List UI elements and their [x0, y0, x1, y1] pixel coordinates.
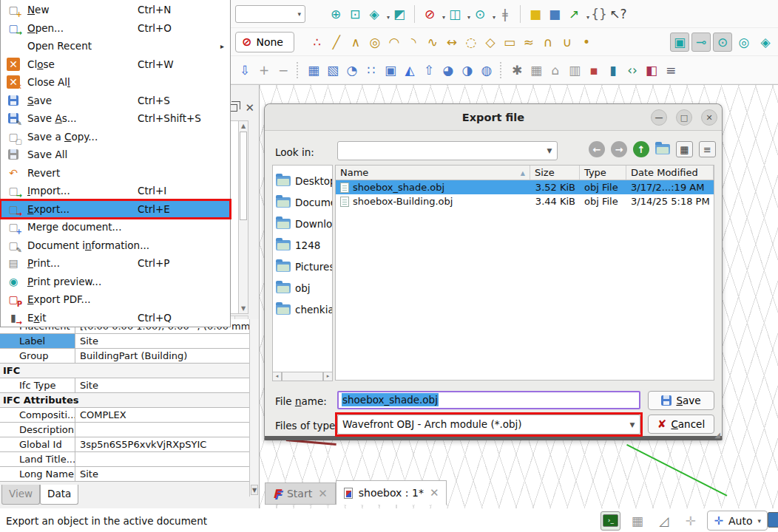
menu-item-save[interactable]: SaveCtrl+S: [1, 92, 230, 110]
menu-item-save-a-copy[interactable]: ▢▢Save a Copy...: [1, 128, 230, 146]
scrollbar-track[interactable]: [282, 372, 323, 381]
add-icon[interactable]: +: [254, 61, 274, 80]
axonometric-view-icon[interactable]: ◈▾: [365, 4, 384, 24]
property-label[interactable]: Long Name: [0, 467, 75, 481]
zoom-fit-icon[interactable]: ⊕: [326, 4, 345, 24]
sidebar-place-obj[interactable]: obj: [273, 277, 332, 299]
draw-style-toggle-icon[interactable]: ◿: [654, 511, 674, 531]
scroll-down-icon[interactable]: ▼: [251, 485, 258, 495]
clone-icon[interactable]: ▣: [381, 61, 400, 80]
menu-item-exit[interactable]: ▮→ExitCtrl+Q: [1, 309, 230, 327]
building-doc-icon[interactable]: ▥: [565, 61, 584, 80]
icon-view-icon[interactable]: ▦: [676, 141, 693, 157]
subtract-icon[interactable]: −: [274, 61, 293, 80]
file-row[interactable]: shoebox_shade.obj3.52 KiBobj File3/17/2.…: [336, 180, 714, 194]
sidebar-place-desktop[interactable]: Desktop: [273, 170, 332, 191]
resize-grip[interactable]: ◢: [714, 431, 720, 439]
back-icon[interactable]: ←: [589, 141, 605, 157]
menu-item-save-as[interactable]: ✎Save As...Ctrl+Shift+S: [1, 109, 230, 128]
grid-sheet-icon[interactable]: ▦: [627, 511, 647, 531]
property-label[interactable]: Global Id: [0, 437, 75, 451]
sidebar-place-chenkian[interactable]: chenkian: [273, 299, 332, 320]
new-folder-icon[interactable]: [655, 144, 670, 154]
snap-endpoint-icon[interactable]: ⊸: [691, 33, 711, 52]
scroll-right-icon[interactable]: ▸: [323, 372, 333, 381]
menu-item-print-preview[interactable]: ◉Print preview...: [1, 273, 230, 291]
chart-doc-icon[interactable]: ▮: [603, 61, 623, 80]
file-name-input[interactable]: shoebox_shade.obj: [337, 391, 640, 409]
document-tab-start[interactable]: FStart✕: [265, 482, 336, 505]
draft-point-single-icon[interactable]: •: [577, 33, 596, 52]
scroll-left-icon[interactable]: ◂: [272, 372, 282, 381]
property-row[interactable]: Long NameSite: [0, 467, 249, 482]
property-value[interactable]: BuildingPart (Building): [75, 349, 249, 363]
dialog-title-bar[interactable]: Export file — □ ✕: [265, 104, 722, 131]
draft-dimension-icon[interactable]: ↔: [442, 33, 461, 52]
menu-item-document-information[interactable]: ▢✎Document information...: [1, 236, 230, 255]
toolbar-grip[interactable]: [297, 62, 300, 78]
toolbar-grip[interactable]: [500, 62, 504, 78]
menu-item-save-all[interactable]: Save All: [1, 146, 230, 164]
snap-midpoint-icon[interactable]: ⊙: [713, 33, 732, 52]
file-row[interactable]: shoebox-Building.obj3.44 KiBobj File3/14…: [336, 194, 714, 208]
property-label[interactable]: Label: [0, 334, 75, 348]
union-icon[interactable]: ◕: [439, 61, 458, 80]
pages-doc-icon[interactable]: ◧: [642, 61, 661, 80]
sidebar-place-pictures[interactable]: Pictures: [273, 256, 332, 277]
property-value[interactable]: Site: [75, 467, 249, 481]
property-row[interactable]: GroupBuildingPart (Building): [0, 349, 249, 364]
property-row[interactable]: Ifc TypeSite: [0, 378, 249, 393]
property-value[interactable]: Site: [75, 378, 249, 392]
mirror-icon[interactable]: ◭: [400, 61, 419, 80]
draft-point-icon[interactable]: ∴: [308, 33, 327, 52]
draft-arc-icon[interactable]: ◠: [385, 33, 404, 52]
snap-lock-icon[interactable]: ▣: [670, 33, 689, 52]
forward-icon[interactable]: →: [611, 141, 627, 157]
float-panel-icon[interactable]: [229, 104, 237, 112]
cancel-button[interactable]: ✘Cancel: [648, 415, 714, 434]
python-console-icon[interactable]: ›_: [601, 511, 620, 531]
draft-ellipse-icon[interactable]: ◌: [461, 33, 481, 52]
tab-view[interactable]: View: [1, 485, 40, 505]
maximize-button[interactable]: □: [676, 109, 692, 126]
whats-this-icon[interactable]: ↖?: [609, 4, 628, 24]
property-value[interactable]: [75, 452, 249, 466]
property-row[interactable]: LabelSite: [0, 334, 249, 349]
sidebar-place-documents[interactable]: Documents: [273, 191, 332, 213]
property-row[interactable]: Compositi...COMPLEX: [0, 408, 249, 423]
snap-center-icon[interactable]: ◎: [734, 33, 754, 52]
arch-box-icon[interactable]: ■: [526, 4, 545, 24]
xor-icon[interactable]: ◍: [477, 61, 496, 80]
scrollbar-thumb[interactable]: [240, 132, 247, 220]
property-label[interactable]: Description: [0, 423, 75, 437]
close-panel-icon[interactable]: ✕: [245, 104, 254, 112]
draft-line-icon[interactable]: ╱: [327, 33, 346, 52]
image-doc-icon[interactable]: ▪: [584, 61, 603, 80]
export-share-icon[interactable]: ↗▾: [564, 4, 584, 24]
sidebar-scrollbar[interactable]: ◂ ▸: [272, 372, 333, 381]
menu-item-export-pdf[interactable]: ▢PExport PDF...: [1, 290, 230, 309]
menu-item-close[interactable]: ✕CloseCtrl+W: [1, 55, 230, 74]
create-view-icon[interactable]: ◩: [390, 4, 409, 24]
column-header-name[interactable]: Name▲: [336, 166, 530, 180]
property-row[interactable]: Land Title...: [0, 452, 249, 467]
property-label[interactable]: Land Title...: [0, 452, 75, 466]
column-header-date-modified[interactable]: Date Modified: [626, 166, 714, 180]
close-tab-icon[interactable]: ✕: [430, 486, 439, 499]
shape-builder-icon[interactable]: ⌂: [546, 61, 565, 80]
property-value[interactable]: 3sp5n6S5P6xvkVjRXpSYIC: [75, 437, 249, 451]
menu-item-open-recent[interactable]: Open Recent▸: [1, 37, 230, 55]
polar-array-icon[interactable]: ◔: [342, 61, 362, 80]
property-scrollbar[interactable]: ▼: [249, 319, 259, 497]
pan-icon[interactable]: ✛: [680, 511, 700, 531]
draft-circle-icon[interactable]: ◎: [365, 33, 385, 52]
property-value[interactable]: [75, 423, 249, 437]
draft-rectangle-icon[interactable]: ▭: [500, 33, 519, 52]
menu-item-import[interactable]: ▢→Import...Ctrl+I: [1, 182, 230, 200]
draw-style-icon[interactable]: ◫▾: [445, 4, 464, 24]
macro-braces-icon[interactable]: {}: [589, 4, 609, 24]
layers-icon[interactable]: ≡: [661, 61, 680, 80]
point-array-icon[interactable]: ∷: [362, 61, 381, 80]
property-label[interactable]: Ifc Type: [0, 378, 75, 392]
utilities-icon[interactable]: ✱: [507, 61, 527, 80]
